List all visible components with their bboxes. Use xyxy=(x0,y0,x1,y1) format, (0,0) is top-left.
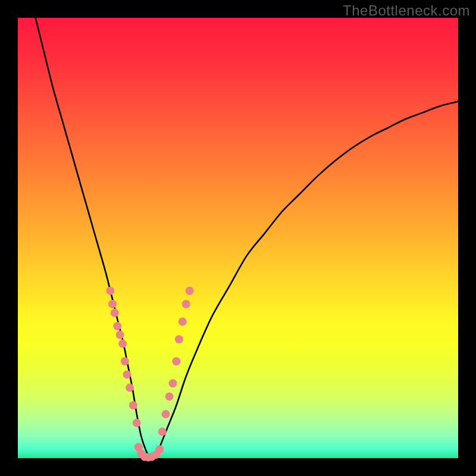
data-point xyxy=(162,410,170,418)
data-point xyxy=(158,428,167,436)
data-point xyxy=(182,300,190,308)
data-point-group xyxy=(106,287,193,462)
data-point xyxy=(168,379,177,387)
data-point xyxy=(108,300,117,308)
data-point xyxy=(121,357,129,365)
data-point xyxy=(106,287,114,295)
data-point xyxy=(129,401,137,409)
data-point xyxy=(116,331,124,339)
data-point xyxy=(186,287,194,295)
data-point xyxy=(118,340,127,348)
data-point xyxy=(175,335,183,343)
data-point xyxy=(178,318,187,326)
data-point xyxy=(123,370,131,378)
data-point xyxy=(113,322,121,330)
data-point xyxy=(111,309,119,317)
watermark-text: TheBottleneck.com xyxy=(343,2,470,19)
data-point xyxy=(172,357,180,365)
data-point xyxy=(133,419,141,427)
bottleneck-chart xyxy=(18,18,458,458)
data-point xyxy=(165,392,174,400)
data-point xyxy=(126,384,134,392)
data-point xyxy=(155,445,164,453)
bottleneck-curve xyxy=(36,18,458,459)
